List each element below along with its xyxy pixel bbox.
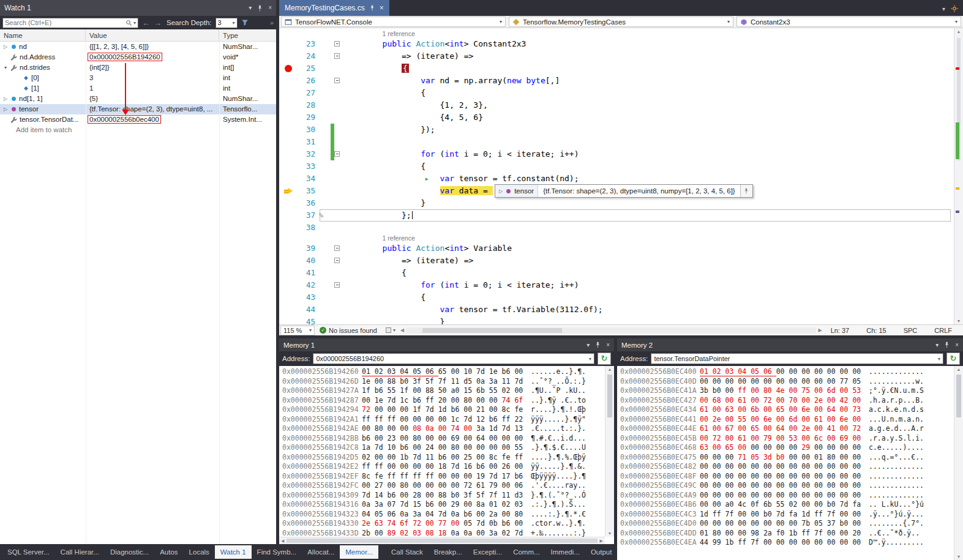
datatip-expander-icon[interactable]: ▷ (499, 189, 503, 194)
code-reference-row[interactable]: 1 reference (279, 29, 963, 38)
breakpoint-margin[interactable] (279, 255, 298, 267)
pin-icon[interactable] (594, 342, 601, 348)
project-dropdown[interactable]: TensorFlowNET.Console ▾ (281, 17, 506, 27)
editor-horizontal-scrollbar[interactable]: ◀ ▶ (400, 326, 822, 335)
code-line-44[interactable]: 44var tensor = tf.Variable(3112.0f); (279, 304, 963, 316)
collapse-box-icon[interactable] (334, 151, 340, 157)
window-position-chevron-icon[interactable]: ▾ (935, 342, 939, 348)
editor-vertical-scrollbar[interactable]: ▲ ▼ (954, 28, 963, 324)
filter-icon[interactable] (241, 19, 249, 26)
scroll-down-icon[interactable]: ▼ (605, 531, 614, 536)
tool-window-tab-call-stack[interactable]: Call Stack (386, 545, 429, 559)
code-line-31[interactable]: 31 (279, 136, 963, 148)
code-line-30[interactable]: 30}); (279, 124, 963, 136)
pin-icon[interactable] (943, 342, 950, 348)
address-chevron-icon[interactable]: ▾ (938, 356, 940, 362)
collapse-box-icon[interactable] (334, 53, 340, 59)
tab-close-icon[interactable]: × (380, 4, 384, 12)
expander-icon[interactable]: ▷ (2, 104, 9, 114)
tool-window-tab-diagnostic[interactable]: Diagnostic... (105, 545, 154, 559)
scroll-up-icon[interactable]: ▲ (605, 367, 614, 371)
code-line-42[interactable]: 42for (int i = 0; i < iterate; i++) (279, 279, 963, 291)
refresh-icon[interactable]: ↻ (946, 353, 960, 365)
tool-window-tab-sql-server[interactable]: SQL Server... (2, 545, 55, 559)
breakpoint-margin[interactable] (279, 185, 298, 198)
breakpoint-margin[interactable] (279, 160, 298, 173)
datatip-pin-icon[interactable] (740, 185, 752, 197)
breakpoint-margin[interactable] (279, 29, 298, 38)
method-dropdown[interactable]: Constant2x3 ▾ (736, 17, 961, 27)
breakpoint-margin[interactable] (279, 136, 298, 148)
column-indicator[interactable]: Ch: 15 (866, 327, 886, 334)
scroll-down-icon[interactable]: ▼ (954, 554, 963, 559)
scrollbar-thumb[interactable] (607, 375, 612, 417)
breakpoint-margin[interactable] (279, 75, 298, 87)
search-previous-icon[interactable]: ← (142, 18, 150, 28)
breakpoint-margin[interactable] (279, 304, 298, 316)
breakpoint-margin[interactable] (279, 148, 298, 160)
code-line-36[interactable]: 36} (279, 197, 963, 209)
reference-count[interactable]: 1 reference (383, 30, 415, 37)
collapse-box-icon[interactable] (334, 41, 340, 47)
code-reference-row[interactable]: 1 reference (279, 234, 963, 242)
refresh-icon[interactable]: ↻ (598, 353, 611, 365)
watch-row[interactable]: ▷tensor{tf.Tensor: shape=(2, 3), dtype=u… (0, 104, 276, 114)
issues-indicator[interactable]: No issues found (320, 327, 377, 334)
watch-row[interactable]: ▷nd{[[1, 2, 3], [4, 5, 6]]}NumShar... (0, 42, 276, 52)
breakpoint-margin[interactable] (279, 279, 298, 291)
breakpoint-margin[interactable] (279, 99, 298, 111)
scroll-down-icon[interactable]: ▼ (954, 319, 963, 323)
expander-icon[interactable]: ▷ (2, 94, 9, 104)
code-line-43[interactable]: 43{ (279, 291, 963, 304)
search-input[interactable] (5, 19, 124, 26)
spaces-indicator[interactable]: SPC (904, 327, 918, 334)
watch-row[interactable]: tensor.TensorDat...0x000002556b0ec400Sys… (0, 114, 276, 125)
tool-window-tab-locals[interactable]: Locals (184, 545, 215, 559)
column-header-type[interactable]: Type (219, 29, 276, 41)
code-line-27[interactable]: 27{ (279, 87, 963, 99)
code-line-29[interactable]: 29{4, 5, 6} (279, 111, 963, 124)
tool-window-tab-immedi[interactable]: Immedi... (545, 545, 585, 559)
search-next-icon[interactable]: → (154, 18, 162, 28)
breakpoint-margin[interactable] (279, 291, 298, 304)
memory1-horizontal-scrollbar[interactable]: ◀ ▶ (279, 537, 605, 544)
breakpoint-margin[interactable] (279, 62, 298, 76)
column-separator[interactable] (86, 42, 86, 544)
line-indicator[interactable]: Ln: 37 (831, 327, 850, 334)
breakpoint-margin[interactable] (279, 50, 298, 62)
column-separator[interactable] (219, 42, 220, 544)
search-options-chevron-icon[interactable]: ▾ (133, 20, 136, 26)
breakpoint-margin[interactable] (279, 234, 298, 242)
breakpoint-margin[interactable] (279, 316, 298, 324)
close-icon[interactable]: × (268, 5, 272, 11)
code-line-32[interactable]: 32for (int i = 0; i < iterate; i++) (279, 148, 963, 160)
address-input[interactable] (654, 355, 936, 362)
scroll-right-icon[interactable]: ▶ (818, 327, 822, 333)
window-position-chevron-icon[interactable]: ▾ (586, 342, 590, 348)
tab-pin-icon[interactable] (369, 5, 375, 11)
tool-window-tab-memor[interactable]: Memor... (340, 545, 378, 559)
tool-window-tab-allocat[interactable]: Allocat... (302, 545, 340, 559)
watch-row[interactable]: ▷nd[1, 1]{5}NumShar... (0, 94, 276, 104)
breakpoint-margin[interactable] (279, 267, 298, 279)
breakpoint-margin[interactable] (279, 38, 298, 50)
close-icon[interactable]: × (606, 342, 610, 348)
tool-window-tab-watch-1[interactable]: Watch 1 (215, 545, 252, 559)
tool-window-tab-breakp[interactable]: Breakp... (429, 545, 468, 559)
watch-row[interactable]: [1]1int (0, 83, 276, 94)
breakpoint-margin[interactable] (279, 209, 298, 222)
window-position-chevron-icon[interactable]: ▾ (249, 5, 252, 11)
code-line-28[interactable]: 28{1, 2, 3}, (279, 99, 963, 111)
add-watch-row[interactable]: Add item to watch (0, 125, 276, 135)
code-line-23[interactable]: 23public Action<int> Constant2x3 (279, 38, 963, 50)
pin-icon[interactable] (257, 5, 263, 12)
scroll-left-icon[interactable]: ◀ (281, 539, 284, 543)
address-input[interactable] (316, 355, 587, 362)
marker-dropdown[interactable]: ▾ (386, 327, 395, 333)
tool-window-tab-call-hierar[interactable]: Call Hierar... (55, 545, 105, 559)
close-icon[interactable]: × (955, 342, 959, 348)
class-dropdown[interactable]: Tensorflow.MemoryTestingCases ▾ (509, 17, 733, 27)
breakpoint-margin[interactable] (279, 111, 298, 124)
scroll-up-icon[interactable]: ▲ (954, 29, 963, 34)
datatip[interactable]: ▷ tensor {tf.Tensor: shape=(2, 3), dtype… (495, 184, 753, 198)
